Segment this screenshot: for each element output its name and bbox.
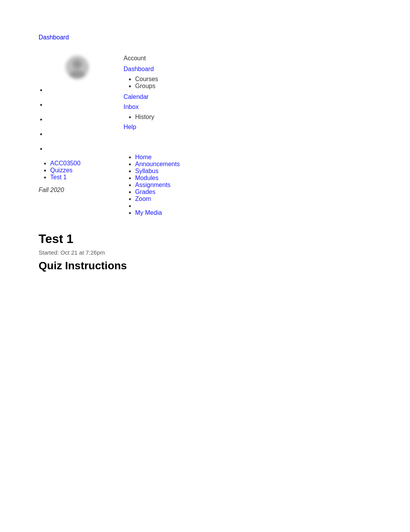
dashboard-link[interactable]: Dashboard — [124, 66, 371, 73]
help-link[interactable]: Help — [124, 124, 371, 131]
groups-item[interactable]: Groups — [135, 83, 371, 90]
sidebar-icon-item-5[interactable] — [46, 145, 108, 152]
quiz-instructions-heading: Quiz Instructions — [39, 260, 371, 272]
calendar-link[interactable]: Calendar — [124, 93, 371, 100]
right-nav: Account Dashboard Courses Groups Calenda… — [108, 52, 371, 216]
semester-label: Fall 2020 — [39, 187, 108, 194]
groups-label: Groups — [135, 83, 155, 89]
avatar[interactable] — [66, 56, 89, 79]
course-link-acc03500[interactable]: ACC03500 — [50, 160, 108, 167]
sidebar-icon-item-4[interactable] — [46, 131, 108, 138]
history-item[interactable]: History — [135, 114, 371, 121]
courses-item[interactable]: Courses — [135, 76, 371, 83]
svg-point-0 — [73, 59, 82, 69]
course-nav-announcements[interactable]: Announcements — [135, 161, 371, 168]
sidebar-icon-item-3[interactable] — [46, 116, 108, 123]
dashboard-top-link[interactable]: Dashboard — [39, 34, 108, 41]
course-nav-zoom[interactable]: Zoom — [135, 195, 371, 202]
course-link-quizzes[interactable]: Quizzes — [50, 167, 108, 174]
account-label: Account — [124, 55, 371, 62]
course-nav-my-media[interactable]: My Media — [135, 209, 371, 216]
inbox-link[interactable]: Inbox — [124, 104, 371, 110]
sidebar-icon-item-1[interactable] — [46, 87, 108, 93]
left-sidebar: ACC03500 Quizzes Test 1 Fall 2020 — [39, 52, 108, 216]
sidebar-icon-item-2[interactable] — [46, 101, 108, 108]
course-nav-assignments[interactable]: Assignments — [135, 182, 371, 189]
course-nav-empty — [135, 202, 371, 209]
avatar-item[interactable] — [46, 56, 108, 79]
test-title: Test 1 — [39, 232, 371, 246]
courses-label: Courses — [135, 76, 158, 82]
course-nav-syllabus[interactable]: Syllabus — [135, 168, 371, 175]
test-section: Test 1 Started: Oct 21 at 7:26pm Quiz In… — [39, 228, 371, 272]
course-link-test1[interactable]: Test 1 — [50, 174, 108, 181]
course-nav-modules[interactable]: Modules — [135, 175, 371, 182]
test-started-text: Started: Oct 21 at 7:26pm — [39, 249, 371, 256]
course-nav-home[interactable]: Home — [135, 154, 371, 161]
svg-point-1 — [69, 70, 85, 79]
course-nav-grades[interactable]: Grades — [135, 189, 371, 195]
history-label: History — [135, 114, 154, 120]
